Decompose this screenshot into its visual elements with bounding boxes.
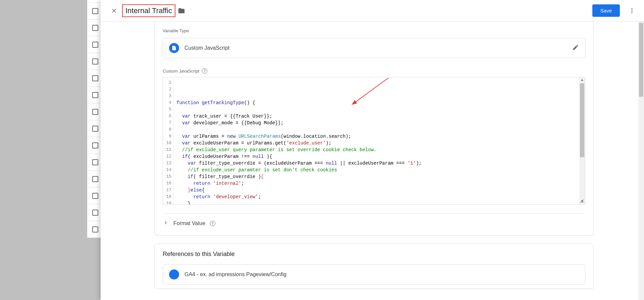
help-icon[interactable]: ? bbox=[202, 68, 207, 74]
row-checkbox[interactable] bbox=[92, 42, 98, 48]
row-checkbox[interactable] bbox=[92, 226, 98, 232]
variable-type-selector[interactable]: Custom JavaScript bbox=[163, 38, 585, 58]
row-checkbox[interactable] bbox=[92, 142, 98, 148]
panel-body: Variable Type Custom JavaScript Custom J… bbox=[101, 22, 644, 300]
code-editor[interactable]: 1 2 3 4 5 6 7 8 9 10 11 12 13 14 15 16 1 bbox=[163, 77, 585, 205]
scroll-thumb[interactable] bbox=[580, 83, 584, 157]
code-area[interactable]: function getTrackingType() { var track_u… bbox=[174, 77, 579, 204]
svg-line-3 bbox=[355, 78, 388, 102]
references-card: References to this Variable GA4 - ex. ad… bbox=[154, 244, 594, 289]
reference-label: GA4 - ex. ad impressions Pageview/Config bbox=[184, 271, 286, 277]
svg-point-1 bbox=[631, 10, 632, 11]
code-line: var urlParams = new URLSearchParams(wind… bbox=[176, 133, 577, 140]
custom-js-icon bbox=[169, 43, 179, 53]
variable-config-card: Variable Type Custom JavaScript Custom J… bbox=[154, 22, 594, 235]
kebab-icon bbox=[629, 7, 635, 14]
references-title: References to this Variable bbox=[163, 251, 585, 258]
code-line: var track_user = {{Track User}}; bbox=[176, 113, 577, 120]
code-line bbox=[176, 126, 577, 133]
help-icon[interactable]: ? bbox=[210, 221, 215, 226]
save-button[interactable]: Save bbox=[592, 4, 620, 17]
variable-name-input[interactable]: Internal Traffic bbox=[122, 4, 175, 17]
row-checkbox[interactable] bbox=[92, 193, 98, 199]
row-checkbox[interactable] bbox=[92, 75, 98, 81]
close-icon bbox=[111, 7, 117, 14]
svg-point-0 bbox=[631, 8, 632, 9]
code-line: //if exclude_user paramter is set don't … bbox=[176, 167, 577, 173]
section-divider bbox=[163, 213, 585, 214]
code-line: if( excludeUserParam !== null ){ bbox=[176, 153, 577, 160]
variable-editor-panel: Internal Traffic Save Variable Type Cust… bbox=[101, 0, 644, 300]
editor-resize-handle[interactable] bbox=[578, 198, 584, 204]
code-line: return 'developer_view'; bbox=[176, 194, 577, 200]
code-line: //if exclude_user query parameter is set… bbox=[176, 146, 577, 153]
code-line: function getTrackingType() { bbox=[176, 99, 577, 106]
more-menu-button[interactable] bbox=[625, 4, 639, 17]
reference-row[interactable]: GA4 - ex. ad impressions Pageview/Config bbox=[163, 264, 585, 285]
panel-scroll-thumb[interactable] bbox=[639, 23, 643, 97]
scroll-up-arrow[interactable]: ▲ bbox=[579, 77, 585, 83]
variable-type-name: Custom JavaScript bbox=[184, 45, 229, 51]
code-line: var developer_mode = {{Debug Mode}}; bbox=[176, 120, 577, 126]
svg-point-2 bbox=[631, 12, 632, 13]
format-value-label: Format Value bbox=[173, 220, 205, 226]
chevron-right-icon bbox=[163, 220, 169, 227]
row-checkbox[interactable] bbox=[92, 109, 98, 115]
code-line: var excludeUserParam = urlParams.get('ex… bbox=[176, 140, 577, 146]
row-checkbox[interactable] bbox=[92, 92, 98, 98]
custom-js-label: Custom JavaScript bbox=[163, 69, 199, 74]
code-line: if( filter_type_overrdie ){ bbox=[176, 173, 577, 180]
folder-icon[interactable] bbox=[178, 7, 185, 14]
code-line bbox=[176, 106, 577, 113]
row-checkbox[interactable] bbox=[92, 25, 98, 31]
row-checkbox[interactable] bbox=[92, 8, 98, 14]
panel-header: Internal Traffic Save bbox=[101, 0, 644, 22]
panel-scrollbar[interactable] bbox=[638, 22, 644, 300]
code-line: } bbox=[176, 200, 577, 204]
code-line: var filter_type_overrdie = (excludeUserP… bbox=[176, 160, 577, 167]
row-checkbox[interactable] bbox=[92, 126, 98, 132]
line-number-gutter: 1 2 3 4 5 6 7 8 9 10 11 12 13 14 15 16 1 bbox=[163, 77, 174, 204]
row-checkbox[interactable] bbox=[92, 159, 98, 165]
code-line: }else{ bbox=[176, 187, 577, 194]
tag-icon bbox=[169, 269, 179, 280]
row-checkbox[interactable] bbox=[92, 210, 98, 216]
row-checkbox[interactable] bbox=[92, 176, 98, 182]
format-value-expander[interactable]: Format Value ? bbox=[163, 220, 585, 227]
editor-scrollbar[interactable]: ▲ ▼ bbox=[579, 77, 585, 204]
row-checkbox[interactable] bbox=[92, 58, 98, 65]
variable-type-label: Variable Type bbox=[163, 28, 585, 33]
code-line: return 'internal'; bbox=[176, 180, 577, 187]
close-button[interactable] bbox=[106, 3, 122, 19]
pencil-icon bbox=[572, 44, 579, 51]
edit-type-button[interactable] bbox=[572, 44, 579, 52]
